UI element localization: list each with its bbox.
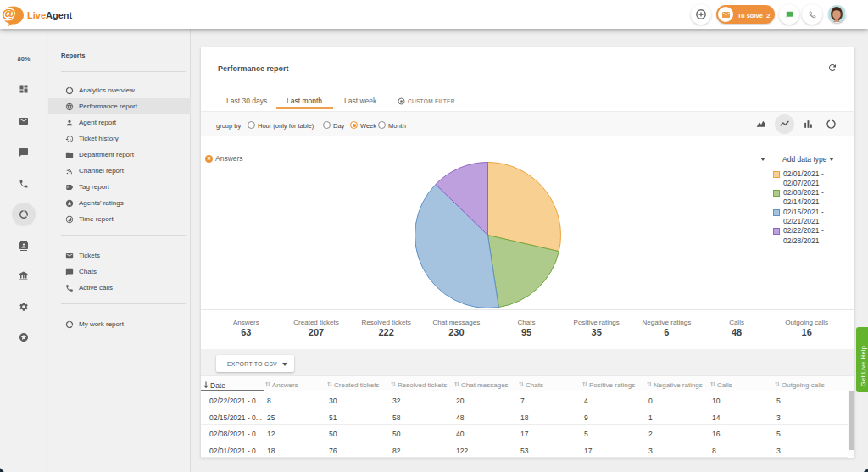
svg-text:@: @ [2, 6, 14, 20]
